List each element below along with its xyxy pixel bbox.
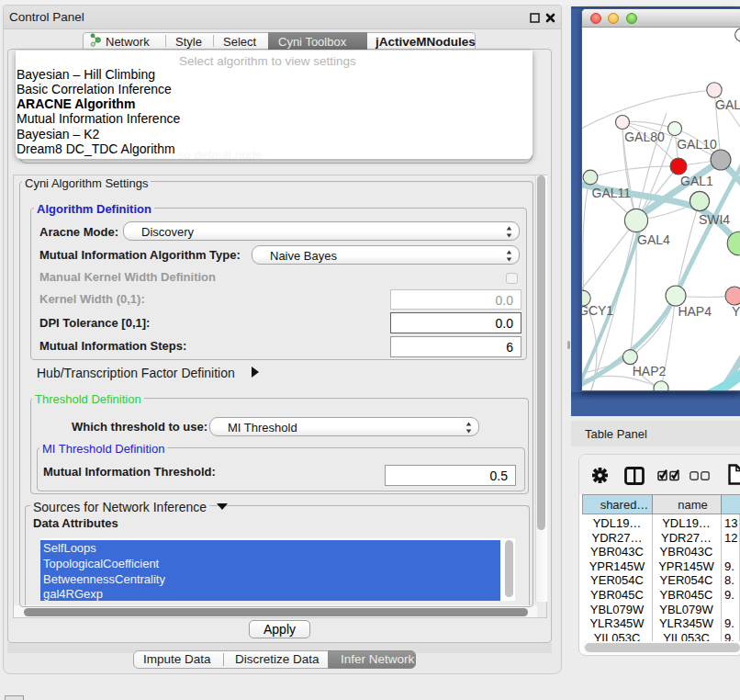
svg-text:GAL10: GAL10 [677, 137, 717, 152]
svg-text:HAP2: HAP2 [633, 364, 667, 378]
svg-text:HAP4: HAP4 [678, 304, 712, 319]
svg-text:GAL11: GAL11 [592, 186, 632, 200]
svg-text:GCY1: GCY1 [582, 303, 613, 318]
svg-text:GAL7: GAL7 [715, 97, 740, 112]
svg-text:YD: YD [732, 304, 740, 319]
svg-text:GAL80: GAL80 [624, 130, 665, 144]
svg-text:GAL1: GAL1 [680, 174, 713, 188]
svg-text:GAL4: GAL4 [637, 232, 670, 247]
svg-text:SWI4: SWI4 [699, 212, 730, 227]
